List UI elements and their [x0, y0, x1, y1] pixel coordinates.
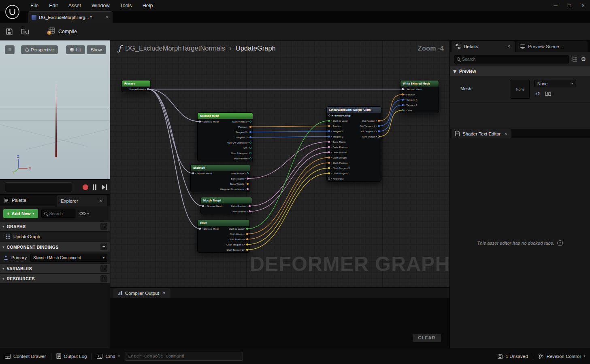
pin-dot-color[interactable]: [402, 109, 404, 111]
clear-button[interactable]: CLEAR: [413, 334, 441, 342]
pause-button[interactable]: [93, 184, 96, 190]
shader-close-icon[interactable]: ×: [503, 131, 508, 137]
details-search-field[interactable]: [454, 55, 569, 63]
console-command-input[interactable]: [125, 352, 243, 361]
pin-dot-delta-normal[interactable]: [328, 151, 330, 153]
details-close-icon[interactable]: ×: [507, 44, 511, 49]
add-resource-button[interactable]: +: [100, 275, 107, 282]
graph-node-primary[interactable]: PrimarySkinned Mesh▸: [121, 80, 151, 92]
section-resources[interactable]: ▾ RESOURCES +: [0, 274, 110, 283]
perspective-button[interactable]: Perspective: [21, 45, 58, 54]
preview-section-header[interactable]: ▾ Preview: [450, 66, 590, 76]
tab-close-icon[interactable]: ×: [105, 15, 109, 20]
pin-dot-cloth-tangent-z[interactable]: [328, 172, 330, 174]
preview-viewport[interactable]: ≡ Perspective Lit Show: [0, 40, 110, 179]
pin-dot-num-bones[interactable]: [247, 172, 249, 174]
add-new-button[interactable]: + Add New ▾: [3, 209, 38, 218]
pin-dot-bone-matrix[interactable]: [247, 178, 249, 180]
section-component-bindings[interactable]: ▾ COMPONENT BINDINGS +: [0, 242, 110, 252]
breadcrumb-leaf[interactable]: UpdateGraph: [236, 44, 276, 52]
compiler-close-icon[interactable]: ×: [162, 290, 166, 296]
viewport-menu-button[interactable]: ≡: [5, 45, 15, 54]
revision-control-button[interactable]: Revision Control ▾: [538, 353, 585, 359]
menu-edit[interactable]: Edit: [44, 0, 63, 11]
palette-search-input[interactable]: [49, 211, 73, 216]
group-pin-dot[interactable]: [328, 114, 330, 116]
browse-asset-icon[interactable]: [545, 91, 551, 96]
record-button[interactable]: [83, 184, 88, 190]
view-options-icon[interactable]: [573, 57, 577, 61]
pin-dot-cloth-tangent-z[interactable]: [246, 249, 248, 251]
pin-dot-tangent-x[interactable]: [249, 131, 251, 133]
pin-dot-skinned-mesh[interactable]: [147, 88, 149, 90]
use-selected-icon[interactable]: ↺: [536, 91, 540, 97]
pin-dot-out-tangent-z[interactable]: [378, 130, 380, 132]
graph-node-skinned[interactable]: Skinned Mesh▸Skinned MeshNum Vertices▸Po…: [197, 112, 253, 161]
pin-dot-cloth-to-local[interactable]: [246, 228, 248, 230]
pin-dot-cloth-tangent-x[interactable]: [246, 243, 248, 245]
pin-dot-weighted-bone-matrix[interactable]: [247, 188, 249, 190]
menu-file[interactable]: File: [25, 0, 44, 11]
content-drawer-button[interactable]: Content Drawer: [5, 354, 46, 359]
minimize-button[interactable]: ─: [549, 0, 562, 11]
pin-dot-skinned-mesh[interactable]: [402, 88, 404, 90]
pin-dot-cloth-weight[interactable]: [328, 157, 330, 159]
add-graph-button[interactable]: +: [100, 223, 107, 230]
pin-dot-num-vertices[interactable]: [249, 121, 251, 123]
gear-icon[interactable]: ⚙: [581, 56, 586, 62]
graph-item-updategraph[interactable]: UpdateGraph: [0, 232, 110, 241]
pin-dot-tangent-x[interactable]: [328, 130, 330, 132]
unsaved-changes-button[interactable]: 1 Unsaved: [497, 353, 528, 359]
lit-button[interactable]: Lit: [66, 45, 85, 54]
pin-dot-num-triangles[interactable]: [249, 152, 251, 154]
pin-dot-skinned-mesh[interactable]: [202, 205, 204, 207]
graph-node-morph[interactable]: Morph Target▸Skinned MeshDelta Position▸…: [200, 197, 252, 214]
pin-dot-delta-normal[interactable]: [249, 210, 251, 212]
pin-dot-delta-position[interactable]: [249, 205, 251, 207]
explorer-tab[interactable]: Explorer ×: [57, 195, 107, 206]
help-icon[interactable]: ?: [557, 240, 563, 246]
pin-dot-skinned-mesh[interactable]: [199, 121, 201, 123]
graph-node-lbs[interactable]: LinearBlendSkin_Morph_Cloth▾ Primary Gro…: [326, 106, 381, 182]
menu-asset[interactable]: Asset: [63, 0, 86, 11]
pin-dot-new-input[interactable]: [328, 178, 330, 180]
section-variables[interactable]: ▾ VARIABLES +: [0, 264, 110, 273]
pin-dot-out-position[interactable]: [378, 120, 380, 122]
pin-dot-num-uv-channels[interactable]: [249, 142, 251, 144]
pin-dot-cloth-weight[interactable]: [246, 233, 248, 235]
tab-details[interactable]: Details ×: [452, 41, 515, 52]
pin-dot-index-buffer[interactable]: [249, 157, 251, 159]
pin-dot-cloth-tangent-x[interactable]: [328, 167, 330, 169]
timeline-scrub-field[interactable]: [5, 182, 72, 192]
palette-search-field[interactable]: [41, 210, 76, 218]
pin-dot-position[interactable]: [402, 93, 404, 95]
graph-node-cloth[interactable]: Cloth▸Skinned MeshCloth to Local▸Cloth W…: [197, 220, 250, 253]
graph-node-write[interactable]: Write Skinned Mesh▸Skinned Mesh▸Position…: [400, 80, 439, 113]
breadcrumb-root[interactable]: DG_ExcludeMorphTargetNormals: [125, 44, 225, 52]
graph-canvas[interactable]: ƒ DG_ExcludeMorphTargetNormals › UpdateG…: [110, 40, 449, 287]
pin-dot-tangent-z[interactable]: [249, 136, 251, 138]
binding-class-dropdown[interactable]: Skinned Mesh Component ▾: [30, 254, 107, 262]
pin-dot-tangent-z[interactable]: [328, 135, 330, 138]
pin-dot-skinned-mesh[interactable]: [199, 228, 201, 230]
details-search-input[interactable]: [462, 57, 566, 61]
pin-dot-cloth-to-local[interactable]: [328, 120, 330, 122]
step-forward-button[interactable]: [102, 184, 107, 190]
asset-tab[interactable]: DG_ExcludeMorphTarg... * ×: [28, 11, 113, 23]
pin-dot-bone-matrix[interactable]: [328, 141, 330, 143]
menu-tools[interactable]: Tools: [115, 0, 137, 11]
compiler-output-tab[interactable]: Compiler Output ×: [113, 288, 170, 298]
menu-window[interactable]: Window: [86, 0, 115, 11]
add-binding-button[interactable]: +: [100, 243, 107, 250]
pin-dot-skinned-mesh[interactable]: [192, 172, 194, 174]
show-button[interactable]: Show: [87, 45, 106, 54]
pin-dot-new-output[interactable]: [378, 135, 380, 138]
section-graphs[interactable]: ▾ GRAPHS +: [0, 222, 110, 231]
pin-dot-uv[interactable]: [249, 147, 251, 149]
tab-shader-text-editor[interactable]: Shader Text Editor ×: [452, 129, 511, 138]
pin-dot-bone-weight[interactable]: [247, 183, 249, 185]
mesh-thumbnail[interactable]: None: [511, 80, 530, 99]
compile-button[interactable]: ? Compile: [47, 28, 77, 35]
browse-to-asset-button[interactable]: [21, 28, 29, 35]
visibility-filter-button[interactable]: ▾: [79, 211, 89, 216]
